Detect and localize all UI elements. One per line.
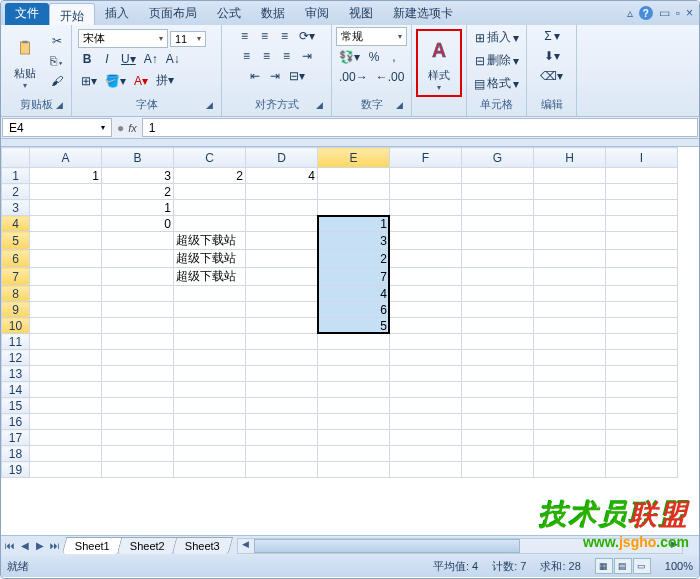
cell-C6[interactable]: 超级下载站 [174, 250, 246, 268]
cell-A7[interactable] [30, 268, 102, 286]
paste-button[interactable]: 粘贴 ▾ [5, 30, 45, 92]
cell-D7[interactable] [246, 268, 318, 286]
cell-B19[interactable] [102, 462, 174, 478]
cell-I15[interactable] [606, 398, 678, 414]
cell-H2[interactable] [534, 184, 606, 200]
cell-H18[interactable] [534, 446, 606, 462]
bold-button[interactable]: B [78, 50, 96, 68]
cell-B17[interactable] [102, 430, 174, 446]
autosum-button[interactable]: Σ▾ [541, 27, 562, 45]
cell-A10[interactable] [30, 318, 102, 334]
row-header-15[interactable]: 15 [2, 398, 30, 414]
cell-G16[interactable] [462, 414, 534, 430]
col-header-A[interactable]: A [30, 148, 102, 168]
number-format-combo[interactable]: 常规▾ [336, 27, 407, 46]
cell-E1[interactable] [318, 168, 390, 184]
delete-cells-button[interactable]: ⊟ 删除▾ [472, 50, 522, 71]
cell-A12[interactable] [30, 350, 102, 366]
cell-A19[interactable] [30, 462, 102, 478]
row-header-18[interactable]: 18 [2, 446, 30, 462]
cell-F10[interactable] [390, 318, 462, 334]
row-header-13[interactable]: 13 [2, 366, 30, 382]
cell-A11[interactable] [30, 334, 102, 350]
sheet-nav-first-icon[interactable]: ⏮ [3, 540, 17, 551]
name-box[interactable]: E4▾ [2, 118, 112, 137]
cell-I17[interactable] [606, 430, 678, 446]
cell-I4[interactable] [606, 216, 678, 232]
border-button[interactable]: ⊞▾ [78, 72, 100, 90]
col-header-C[interactable]: C [174, 148, 246, 168]
cell-E9[interactable]: 6 [318, 302, 390, 318]
row-header-5[interactable]: 5 [2, 232, 30, 250]
cell-H12[interactable] [534, 350, 606, 366]
cell-H3[interactable] [534, 200, 606, 216]
cell-F5[interactable] [390, 232, 462, 250]
col-header-I[interactable]: I [606, 148, 678, 168]
cell-D1[interactable]: 4 [246, 168, 318, 184]
cell-H14[interactable] [534, 382, 606, 398]
row-header-1[interactable]: 1 [2, 168, 30, 184]
percent-button[interactable]: % [365, 48, 383, 66]
cell-C15[interactable] [174, 398, 246, 414]
increase-indent-icon[interactable]: ⇥ [266, 67, 284, 85]
row-header-10[interactable]: 10 [2, 318, 30, 334]
cell-A5[interactable] [30, 232, 102, 250]
sheet-tab-sheet1[interactable]: Sheet1 [62, 537, 123, 554]
cell-B6[interactable] [102, 250, 174, 268]
cell-H13[interactable] [534, 366, 606, 382]
cell-C1[interactable]: 2 [174, 168, 246, 184]
cell-G12[interactable] [462, 350, 534, 366]
cell-F14[interactable] [390, 382, 462, 398]
help-icon[interactable]: ? [639, 6, 653, 20]
align-right-icon[interactable]: ≡ [278, 47, 296, 65]
cell-C8[interactable] [174, 286, 246, 302]
cell-D8[interactable] [246, 286, 318, 302]
cell-B7[interactable] [102, 268, 174, 286]
decrease-indent-icon[interactable]: ⇤ [246, 67, 264, 85]
sheet-nav-last-icon[interactable]: ⏭ [48, 540, 62, 551]
cell-E10[interactable]: 5 [318, 318, 390, 334]
cell-A13[interactable] [30, 366, 102, 382]
cell-A1[interactable]: 1 [30, 168, 102, 184]
increase-decimal-icon[interactable]: .00→ [336, 68, 371, 86]
cell-H1[interactable] [534, 168, 606, 184]
cell-G9[interactable] [462, 302, 534, 318]
cell-C3[interactable] [174, 200, 246, 216]
cut-button[interactable]: ✂ [47, 32, 67, 50]
currency-button[interactable]: 💱▾ [336, 48, 363, 66]
cell-H5[interactable] [534, 232, 606, 250]
cell-F18[interactable] [390, 446, 462, 462]
merge-button[interactable]: ⊟▾ [286, 67, 308, 85]
cell-B12[interactable] [102, 350, 174, 366]
cell-E4[interactable]: 1 [318, 216, 390, 232]
window-close-icon[interactable]: × [686, 6, 693, 20]
formula-input[interactable]: 1 [142, 118, 698, 137]
cell-B10[interactable] [102, 318, 174, 334]
cell-E6[interactable]: 2 [318, 250, 390, 268]
zoom-level[interactable]: 100% [665, 560, 693, 572]
cell-C2[interactable] [174, 184, 246, 200]
cell-B4[interactable]: 0 [102, 216, 174, 232]
cell-F2[interactable] [390, 184, 462, 200]
tab-home[interactable]: 开始 [49, 3, 95, 25]
increase-font-icon[interactable]: A↑ [141, 50, 161, 68]
cell-D16[interactable] [246, 414, 318, 430]
row-header-2[interactable]: 2 [2, 184, 30, 200]
row-header-7[interactable]: 7 [2, 268, 30, 286]
cell-A8[interactable] [30, 286, 102, 302]
fx-icon[interactable]: fx [128, 122, 137, 134]
cell-D13[interactable] [246, 366, 318, 382]
cell-B14[interactable] [102, 382, 174, 398]
cell-I18[interactable] [606, 446, 678, 462]
cell-E8[interactable]: 4 [318, 286, 390, 302]
cell-D6[interactable] [246, 250, 318, 268]
cell-B18[interactable] [102, 446, 174, 462]
copy-button[interactable]: ⎘▾ [47, 52, 67, 70]
cell-B15[interactable] [102, 398, 174, 414]
cell-D18[interactable] [246, 446, 318, 462]
row-header-17[interactable]: 17 [2, 430, 30, 446]
col-header-H[interactable]: H [534, 148, 606, 168]
cell-I2[interactable] [606, 184, 678, 200]
cell-D12[interactable] [246, 350, 318, 366]
cell-E18[interactable] [318, 446, 390, 462]
